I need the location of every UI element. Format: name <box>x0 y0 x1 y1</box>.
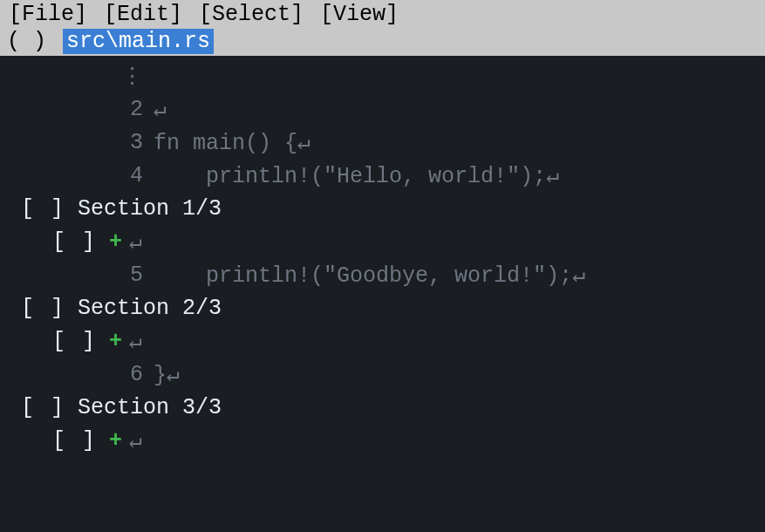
token-macro: println! <box>206 263 311 289</box>
fold-ellipsis-icon[interactable]: ⋮ <box>0 63 154 90</box>
code-line[interactable]: 5 println!("Goodbye, world!");↵ <box>0 258 765 291</box>
line-number: 4 <box>0 163 154 188</box>
plus-icon: + <box>109 329 129 354</box>
section-label: Section 3/3 <box>78 395 222 420</box>
newline-icon: ↵ <box>154 98 167 123</box>
section-header[interactable]: [ ] Section 3/3 <box>0 391 765 424</box>
token-brace: } <box>154 363 167 388</box>
section-header[interactable]: [ ] Section 2/3 <box>0 291 765 324</box>
section-checkbox[interactable]: [ ] <box>21 395 78 420</box>
editor-area[interactable]: ⋮ 2 ↵ 3 fn main() {↵ 4 println!("Hello, … <box>0 56 765 460</box>
code-line[interactable]: 2 ↵ <box>0 92 765 126</box>
newline-icon: ↵ <box>297 131 311 156</box>
menu-bar: [File] [Edit] [Select] [View] <box>0 0 765 29</box>
tab-title[interactable]: src\main.rs <box>63 29 214 54</box>
section-label: Section 2/3 <box>78 296 222 321</box>
token-string: "Hello, world!" <box>324 164 520 189</box>
newline-icon: ↵ <box>167 363 180 388</box>
plus-icon: + <box>109 428 129 454</box>
section-checkbox[interactable]: [ ] <box>21 196 78 222</box>
line-number: 3 <box>0 130 154 155</box>
code-line[interactable]: 6 }↵ <box>0 358 765 391</box>
token-brace: { <box>271 131 297 156</box>
menu-file[interactable]: [File] <box>7 2 89 27</box>
token-punct: () <box>245 131 271 156</box>
section-header[interactable]: [ ] Section 1/3 <box>0 192 765 225</box>
section-checkbox[interactable]: [ ] <box>21 296 78 321</box>
tab-close-button[interactable]: ( ) <box>7 29 46 54</box>
newline-icon: ↵ <box>129 427 142 454</box>
fold-indicator-line: ⋮ <box>0 59 765 92</box>
newline-icon: ↵ <box>129 228 142 256</box>
menu-select[interactable]: [Select] <box>197 2 305 27</box>
section-insert-line[interactable]: [ ] + ↵ <box>0 324 765 358</box>
code-line[interactable]: 3 fn main() {↵ <box>0 126 765 159</box>
insert-checkbox[interactable]: [ ] <box>52 229 109 255</box>
token-string: "Goodbye, world!" <box>324 263 546 289</box>
insert-checkbox[interactable]: [ ] <box>52 428 109 454</box>
menu-view[interactable]: [View] <box>318 2 400 27</box>
code-line[interactable]: 4 println!("Hello, world!");↵ <box>0 159 765 192</box>
token-fn-name: main <box>193 131 245 156</box>
newline-icon: ↵ <box>129 328 142 355</box>
section-label: Section 1/3 <box>78 196 222 222</box>
token-keyword: fn <box>154 131 180 156</box>
menu-edit[interactable]: [Edit] <box>102 2 184 27</box>
line-number: 5 <box>0 263 154 288</box>
section-insert-line[interactable]: [ ] + ↵ <box>0 424 765 457</box>
newline-icon: ↵ <box>546 164 559 189</box>
newline-icon: ↵ <box>572 263 585 289</box>
section-insert-line[interactable]: [ ] + ↵ <box>0 225 765 258</box>
line-number: 6 <box>0 362 154 387</box>
plus-icon: + <box>109 229 129 255</box>
insert-checkbox[interactable]: [ ] <box>52 329 109 354</box>
tab-bar: ( ) src\main.rs <box>0 29 765 56</box>
line-number: 2 <box>0 97 154 122</box>
token-macro: println! <box>206 164 311 189</box>
